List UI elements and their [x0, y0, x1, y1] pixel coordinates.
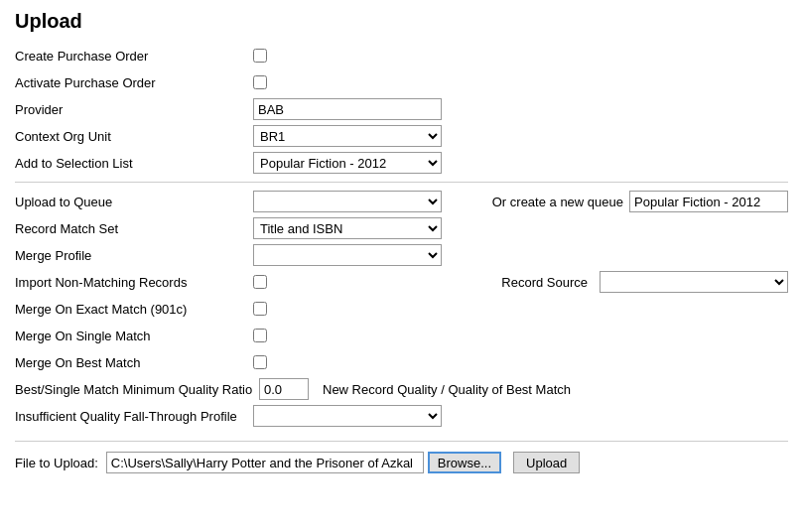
- insufficient-quality-label: Insufficient Quality Fall-Through Profil…: [15, 409, 253, 424]
- selection-list-select[interactable]: Popular Fiction - 2012 Other List: [253, 152, 442, 174]
- import-non-matching-label: Import Non-Matching Records: [15, 275, 253, 290]
- insufficient-quality-select[interactable]: [253, 405, 442, 427]
- merge-exact-checkbox[interactable]: [253, 302, 267, 316]
- new-queue-label: Or create a new queue: [492, 195, 623, 209]
- context-org-label: Context Org Unit: [15, 129, 253, 144]
- record-match-label: Record Match Set: [15, 221, 253, 236]
- create-po-checkbox[interactable]: [253, 49, 267, 63]
- merge-best-label: Merge On Best Match: [15, 355, 253, 370]
- provider-label: Provider: [15, 102, 253, 117]
- import-non-matching-checkbox[interactable]: [253, 275, 267, 289]
- record-match-select[interactable]: Title and ISBN ISBN Only Title Only: [253, 217, 442, 239]
- merge-profile-label: Merge Profile: [15, 248, 253, 263]
- record-source-label: Record Source: [501, 275, 588, 290]
- best-match-label: Best/Single Match Minimum Quality Ratio: [15, 382, 253, 397]
- upload-queue-select[interactable]: [253, 191, 442, 212]
- divider-1: [15, 182, 788, 183]
- provider-input[interactable]: [253, 98, 442, 120]
- merge-single-label: Merge On Single Match: [15, 329, 253, 343]
- new-queue-input[interactable]: [629, 191, 788, 212]
- activate-po-checkbox[interactable]: [253, 75, 267, 89]
- best-match-input[interactable]: [259, 378, 309, 400]
- page-title: Upload: [15, 10, 788, 33]
- merge-exact-label: Merge On Exact Match (901c): [15, 302, 253, 317]
- upload-button[interactable]: Upload: [513, 452, 580, 473]
- new-record-quality-label: New Record Quality / Quality of Best Mat…: [323, 382, 571, 397]
- file-path-input[interactable]: [106, 452, 424, 473]
- context-org-select[interactable]: BR1 BR2 BR3: [253, 125, 442, 147]
- file-label: File to Upload:: [15, 456, 98, 470]
- merge-single-checkbox[interactable]: [253, 329, 267, 342]
- create-po-label: Create Purchase Order: [15, 49, 253, 64]
- selection-list-label: Add to Selection List: [15, 156, 253, 171]
- upload-queue-label: Upload to Queue: [15, 195, 253, 209]
- merge-profile-select[interactable]: [253, 244, 442, 266]
- record-source-select[interactable]: [600, 271, 788, 293]
- browse-button[interactable]: Browse...: [428, 452, 501, 473]
- activate-po-label: Activate Purchase Order: [15, 75, 253, 90]
- merge-best-checkbox[interactable]: [253, 355, 267, 369]
